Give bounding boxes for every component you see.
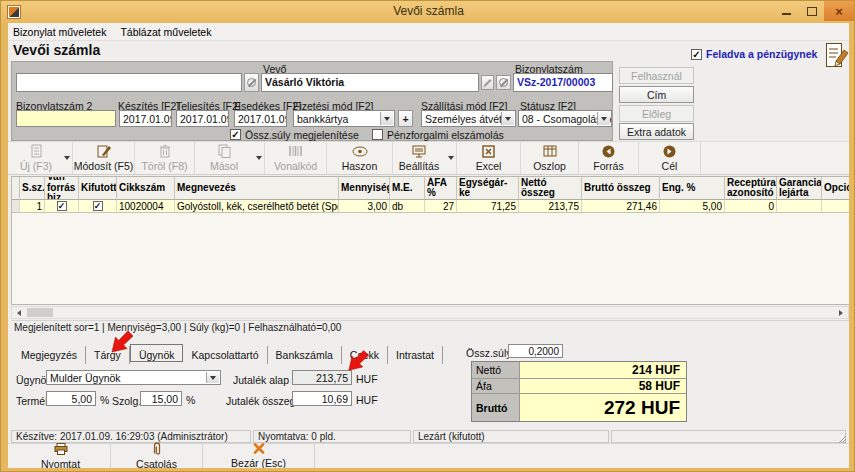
col-netto[interactable]: Nettó összeg (519, 177, 582, 200)
print-button[interactable]: Nyomtat (11, 444, 111, 468)
cell-me[interactable]: db (390, 200, 425, 213)
payment-method-select[interactable]: bankkártya (293, 110, 395, 127)
status-select[interactable]: 08 - Csomagolás kész (518, 110, 612, 127)
extra-data-button[interactable]: Extra adatok (619, 123, 694, 140)
col-eng[interactable]: Eng. % (660, 177, 725, 200)
agent-select[interactable]: Mulder Ügynök (46, 370, 221, 385)
col-garancia[interactable]: Garancia lejárta (777, 177, 822, 200)
col-egysegar[interactable]: Egységár-ke (457, 177, 519, 200)
scrollbar-thumb[interactable] (27, 308, 53, 317)
profit-button[interactable]: Haszon (327, 142, 393, 174)
excel-button[interactable]: Excel (457, 142, 521, 174)
customer-copy-button[interactable] (496, 75, 511, 90)
resize-grip-icon[interactable] (837, 431, 847, 441)
cell-mennyiseg[interactable]: 3,00 (339, 200, 390, 213)
service-pct-input[interactable]: 15,00 (140, 391, 182, 406)
target-button[interactable]: Cél (639, 142, 701, 174)
cell-egysegar[interactable]: 71,25 (457, 200, 519, 213)
tab-bankszamla[interactable]: Bankszámla (268, 346, 342, 364)
col-me[interactable]: M.E. (390, 177, 425, 200)
cell-van-forras[interactable]: ✓ (45, 200, 79, 213)
new-button[interactable]: Új (F3) (11, 142, 61, 174)
cell-eng[interactable]: 5,00 (660, 200, 725, 213)
col-megnevezes[interactable]: Megnevezés (175, 177, 339, 200)
maximize-button[interactable] (799, 1, 824, 21)
cash-accounting-checkbox[interactable] (372, 129, 383, 140)
shipping-method-select[interactable]: Személyes átvétel (421, 110, 516, 127)
columns-button[interactable]: Oszlop (521, 142, 579, 174)
settings-dropdown-button[interactable] (445, 142, 457, 174)
commission-amount-input[interactable]: 10,69 (292, 391, 352, 406)
col-opciok[interactable]: Opciók (822, 177, 849, 200)
cell-netto[interactable]: 213,75 (519, 200, 582, 213)
tab-megjegyzes[interactable]: Megjegyzés (13, 346, 86, 364)
settings-button[interactable]: Beállítás (393, 142, 445, 174)
finance-flag-checkbox[interactable]: ✓ (691, 49, 702, 60)
horizontal-scrollbar[interactable] (11, 306, 849, 319)
delete-button[interactable]: Töröl (F8) (135, 142, 195, 174)
scroll-left-button[interactable] (13, 308, 25, 317)
scroll-right-button[interactable] (835, 308, 847, 317)
col-mennyiseg[interactable]: Mennyiség (339, 177, 390, 200)
status-printed: Nyomtatva: 0 pld. (253, 430, 411, 443)
cell-megnevezes[interactable]: Golyóstoll, kék, cserélhető betét (Spoko (175, 200, 339, 213)
col-ssz[interactable]: S.sz. (20, 177, 45, 200)
checked-checkbox[interactable]: ✓ (93, 201, 103, 211)
menu-tablazat-muveletek[interactable]: Táblázat műveletek (120, 26, 211, 38)
cell-afa[interactable]: 27 (425, 200, 457, 213)
total-weight-show-checkbox[interactable]: ✓ (230, 129, 241, 140)
checked-checkbox[interactable]: ✓ (57, 201, 67, 211)
advance-button[interactable]: Előleg (619, 105, 694, 122)
tab-intrastat[interactable]: Intrastat (388, 346, 443, 364)
row-marker[interactable] (12, 200, 20, 213)
chevron-down-icon[interactable] (380, 112, 393, 125)
copy-dropdown-button[interactable] (253, 142, 265, 174)
close-button[interactable]: × (824, 1, 854, 21)
chevron-down-icon[interactable] (597, 112, 610, 125)
table-row[interactable]: 1 ✓ ✓ 10020004 Golyóstoll, kék, cserélhe… (12, 200, 849, 213)
product-pct-input[interactable]: 5,00 (46, 391, 96, 406)
source-button[interactable]: Forrás (579, 142, 639, 174)
cell-ssz[interactable]: 1 (20, 200, 45, 213)
col-van-forras[interactable]: Van forrás biz. (45, 177, 79, 200)
created-date-input[interactable]: 2017.01.09. (119, 110, 172, 127)
fulfillment-date-input[interactable]: 2017.01.09. (176, 110, 229, 127)
cell-kifutott[interactable]: ✓ (79, 200, 117, 213)
chevron-down-icon[interactable] (501, 112, 514, 125)
barcode-button[interactable]: Vonalkód (265, 142, 327, 174)
minimize-button[interactable] (774, 1, 799, 21)
col-brutto[interactable]: Bruttó összeg (582, 177, 660, 200)
col-kifutott[interactable]: Kifutott (79, 177, 117, 200)
col-cikkszam[interactable]: Cikkszám (117, 177, 175, 200)
attach-button[interactable]: Csatolás (111, 444, 203, 468)
cell-garancia[interactable] (777, 200, 822, 213)
reference-input[interactable] (16, 73, 242, 92)
new-dropdown-button[interactable] (61, 142, 73, 174)
customer-edit-button[interactable] (481, 75, 494, 90)
copy-button[interactable]: Másol (195, 142, 253, 174)
document-number2-input[interactable] (16, 110, 116, 127)
cell-receptura[interactable]: 0 (725, 200, 777, 213)
cell-opciok[interactable] (822, 200, 849, 213)
chevron-down-icon[interactable] (206, 372, 219, 383)
annotation-arrow-icon (109, 325, 139, 359)
due-date-input[interactable]: 2017.01.09. (234, 110, 287, 127)
status-state: Lezárt (kifutott) (413, 430, 609, 443)
col-afa[interactable]: ÁFA % (425, 177, 457, 200)
cell-cikkszam[interactable]: 10020004 (117, 200, 175, 213)
address-button[interactable]: Cím (619, 86, 694, 103)
edit-note-icon[interactable] (825, 41, 849, 75)
menu-bizonylat-muveletek[interactable]: Bizonylat műveletek (13, 26, 106, 38)
title-bar[interactable]: Vevői számla × (1, 1, 855, 23)
total-weight-input[interactable]: 0,2000 (508, 344, 563, 358)
tab-kapcsolattarto[interactable]: Kapcsolattartó (183, 346, 267, 364)
close-icon: × (835, 4, 843, 19)
use-button[interactable]: Felhasznál (619, 67, 694, 84)
cell-brutto[interactable]: 271,46 (582, 200, 660, 213)
customer-input[interactable]: Vásárló Viktória (261, 73, 479, 92)
add-payment-method-button[interactable]: + (398, 110, 413, 127)
customer-lookup-button[interactable] (244, 73, 259, 92)
col-receptura[interactable]: Receptúra azonosító (725, 177, 777, 200)
close-form-button[interactable]: Bezár (Esc) (203, 444, 315, 468)
modify-button[interactable]: Módosít (F5) (73, 142, 135, 174)
